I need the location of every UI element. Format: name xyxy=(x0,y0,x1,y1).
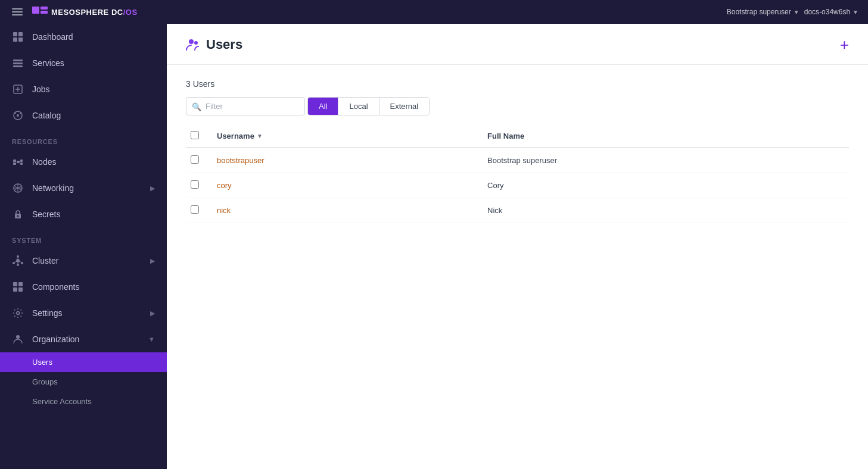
dashboard-icon xyxy=(12,31,24,43)
svg-point-22 xyxy=(17,215,19,217)
sidebar-item-networking-inner: Networking xyxy=(12,182,74,194)
logo-os: OS xyxy=(126,8,138,17)
users-count: 3 Users xyxy=(186,79,849,89)
settings-icon xyxy=(12,307,24,319)
username-cell: nick xyxy=(210,198,480,223)
sidebar-item-organization-label: Organization xyxy=(32,334,79,344)
sidebar-item-jobs[interactable]: Jobs xyxy=(0,76,167,102)
svg-point-39 xyxy=(194,41,198,45)
svg-rect-2 xyxy=(41,11,48,14)
content-body: 3 Users 🔍 All Local External xyxy=(167,65,868,237)
sidebar-item-cluster[interactable]: Cluster ▶ xyxy=(0,248,167,274)
row-checkbox[interactable] xyxy=(191,155,199,164)
svg-rect-3 xyxy=(13,32,17,36)
sidebar-item-organization-inner: Organization xyxy=(12,333,79,345)
sidebar-item-secrets-label: Secrets xyxy=(32,210,60,219)
sidebar-item-services[interactable]: Services xyxy=(0,50,167,76)
filter-tabs: All Local External xyxy=(307,97,430,115)
fullname-value: Cory xyxy=(487,181,503,190)
svg-rect-17 xyxy=(17,161,20,163)
sidebar-item-secrets[interactable]: Secrets xyxy=(0,201,167,227)
svg-rect-34 xyxy=(13,287,17,292)
sidebar-item-settings-inner: Settings xyxy=(12,307,63,319)
sidebar-item-nodes[interactable]: Nodes xyxy=(0,149,167,175)
row-check-cell xyxy=(186,173,210,198)
sidebar: Dashboard Services Jobs xyxy=(0,24,167,469)
sidebar-item-nodes-label: Nodes xyxy=(32,157,56,167)
sidebar-item-networking[interactable]: Networking ▶ xyxy=(0,175,167,201)
sidebar-item-jobs-label: Jobs xyxy=(32,85,50,94)
svg-point-13 xyxy=(14,112,16,114)
svg-rect-16 xyxy=(13,162,16,165)
table-header: Username ▼ Full Name xyxy=(186,125,849,148)
networking-arrow-icon: ▶ xyxy=(150,185,155,192)
svg-rect-4 xyxy=(18,32,23,36)
svg-point-24 xyxy=(17,255,19,258)
jobs-icon xyxy=(12,83,24,95)
hamburger-icon xyxy=(12,11,23,12)
nodes-icon xyxy=(12,156,24,168)
main-layout: Dashboard Services Jobs xyxy=(0,24,868,469)
fullname-cell: Nick xyxy=(480,198,849,223)
username-link[interactable]: cory xyxy=(217,181,232,190)
sidebar-item-organization[interactable]: Organization ▼ xyxy=(0,326,167,352)
search-icon: 🔍 xyxy=(192,102,201,111)
add-user-button[interactable]: + xyxy=(840,37,849,52)
table-row: nick Nick xyxy=(186,198,849,223)
cluster-arrow-icon: ▶ xyxy=(150,257,155,265)
sidebar-item-settings[interactable]: Settings ▶ xyxy=(0,300,167,326)
svg-point-14 xyxy=(20,112,22,114)
sidebar-item-users-label: Users xyxy=(32,358,52,367)
page-header: Users + xyxy=(167,24,868,65)
username-link[interactable]: nick xyxy=(217,206,231,215)
table-row: cory Cory xyxy=(186,173,849,198)
filter-bar: 🔍 All Local External xyxy=(186,97,849,115)
table-body: bootstrapuser Bootstrap superuser cory C… xyxy=(186,148,849,223)
sidebar-item-dashboard[interactable]: Dashboard xyxy=(0,24,167,50)
logo-dc: DC xyxy=(111,8,123,17)
tab-external[interactable]: External xyxy=(379,98,430,115)
sidebar-item-catalog[interactable]: Catalog xyxy=(0,102,167,129)
sidebar-item-settings-label: Settings xyxy=(32,308,63,318)
svg-rect-8 xyxy=(13,62,23,64)
svg-line-30 xyxy=(15,261,17,262)
svg-point-36 xyxy=(17,312,20,315)
sidebar-item-components[interactable]: Components xyxy=(0,274,167,300)
topbar-cluster-label: docs-o34w6sh xyxy=(804,8,850,16)
table-header-fullname: Full Name xyxy=(480,125,849,148)
sidebar-item-service-accounts[interactable]: Service Accounts xyxy=(0,392,167,411)
fullname-cell: Bootstrap superuser xyxy=(480,148,849,173)
svg-point-27 xyxy=(21,262,23,264)
sort-arrow-icon: ▼ xyxy=(257,133,263,139)
topbar-right: Bootstrap superuser ▼ docs-o34w6sh ▼ xyxy=(727,8,858,16)
svg-rect-5 xyxy=(13,37,17,42)
cluster-icon xyxy=(12,255,24,267)
table-header-username[interactable]: Username ▼ xyxy=(210,125,480,148)
logo: MESOSPHERE DC/OS xyxy=(32,7,138,17)
page-title-row: Users xyxy=(186,37,242,52)
filter-input[interactable] xyxy=(186,97,305,115)
hamburger-button[interactable] xyxy=(10,6,25,18)
row-checkbox[interactable] xyxy=(191,205,199,214)
topbar-user-caret-icon: ▼ xyxy=(794,9,799,15)
tab-local[interactable]: Local xyxy=(338,98,379,115)
username-cell: bootstrapuser xyxy=(210,148,480,173)
organization-arrow-icon: ▼ xyxy=(148,336,155,343)
topbar-cluster-button[interactable]: docs-o34w6sh ▼ xyxy=(804,8,858,16)
topbar-user-button[interactable]: Bootstrap superuser ▼ xyxy=(727,8,799,16)
select-all-checkbox[interactable] xyxy=(191,131,199,139)
username-link[interactable]: bootstrapuser xyxy=(217,156,265,165)
svg-point-12 xyxy=(17,114,19,117)
topbar-user-label: Bootstrap superuser xyxy=(727,8,791,16)
row-checkbox[interactable] xyxy=(191,180,199,189)
svg-rect-18 xyxy=(20,160,23,162)
hamburger-icon xyxy=(12,14,23,15)
system-section-label: System xyxy=(0,227,167,248)
sidebar-item-cluster-inner: Cluster xyxy=(12,255,58,267)
topbar-left: MESOSPHERE DC/OS xyxy=(10,6,138,18)
username-sort[interactable]: Username ▼ xyxy=(217,132,473,140)
sidebar-item-users[interactable]: Users xyxy=(0,352,167,372)
tab-all[interactable]: All xyxy=(308,98,338,115)
services-icon xyxy=(12,57,24,69)
sidebar-item-groups[interactable]: Groups xyxy=(0,372,167,392)
